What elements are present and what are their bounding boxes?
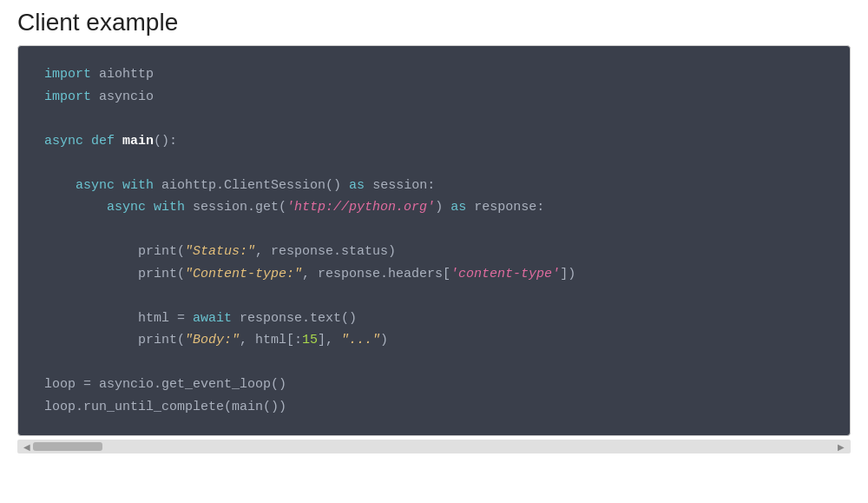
code-line-10: loop = asyncio.get_event_loop() <box>44 374 824 396</box>
code-line-3: async def main(): <box>44 130 824 153</box>
blank-line-5 <box>44 352 824 374</box>
code-block: import aiohttp import asyncio async def … <box>17 45 851 436</box>
code-line-7: print("Content-type:", response.headers[… <box>44 263 824 286</box>
code-line-5: async with session.get('http://python.or… <box>44 196 824 219</box>
code-line-6: print("Status:", response.status) <box>44 241 824 263</box>
code-line-8: html = await response.text() <box>44 308 824 330</box>
code-line-9: print("Body:", html[:15], "...") <box>44 329 824 352</box>
horizontal-scrollbar[interactable]: ◀ ▶ <box>17 440 851 453</box>
code-line-4: async with aiohttp.ClientSession() as se… <box>44 175 824 197</box>
blank-line-1 <box>44 108 824 130</box>
code-line-11: loop.run_until_complete(main()) <box>44 396 824 419</box>
blank-line-3 <box>44 219 824 242</box>
scrollbar-thumb[interactable] <box>33 442 102 451</box>
code-line-2: import asyncio <box>44 86 824 109</box>
code-line-1: import aiohttp <box>44 63 824 86</box>
scrollbar-track[interactable] <box>33 442 835 451</box>
page-title: Client example <box>17 9 851 36</box>
scroll-left-arrow[interactable]: ◀ <box>21 442 33 452</box>
blank-line-4 <box>44 285 824 308</box>
blank-line-2 <box>44 152 824 175</box>
scroll-right-arrow[interactable]: ▶ <box>835 442 847 452</box>
